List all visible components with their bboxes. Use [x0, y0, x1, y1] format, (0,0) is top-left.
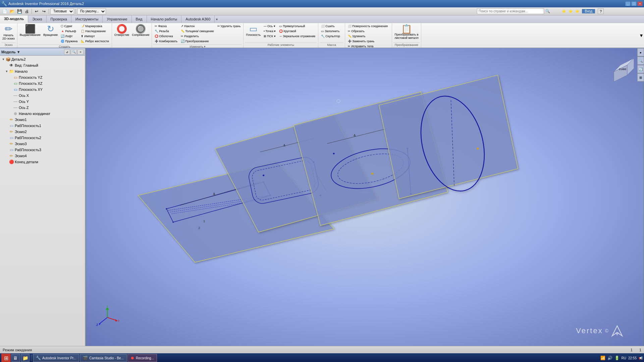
tree-item-workplane1[interactable]: ▭ РабПлоскость1: [1, 123, 84, 129]
panel-filter-btn[interactable]: ⊿: [64, 49, 70, 55]
tree-item-end[interactable]: 🔴 Конец детали: [1, 159, 84, 165]
user-login-btn[interactable]: Вход: [582, 9, 595, 13]
to-sheet-metal-btn[interactable]: 📋 Преобразовать влистовой металл: [393, 24, 419, 41]
close-btn[interactable]: ×: [637, 1, 643, 6]
trim-btn[interactable]: ✂ Обрезать: [346, 29, 366, 34]
point-btn[interactable]: • Точка ▾: [262, 29, 277, 34]
sculptor-icon: 🔧: [321, 35, 325, 38]
taskbar-camtasia-btn[interactable]: 🎬 Camtasia Studio - Be...: [80, 354, 127, 362]
extend-btn[interactable]: 📏 Удлинить: [346, 34, 367, 39]
qa-print-btn[interactable]: 🖨: [23, 8, 30, 15]
fill-btn[interactable]: ▭ Заполнить: [320, 29, 341, 34]
tab-manage[interactable]: Управление: [103, 15, 131, 23]
qa-save-btn[interactable]: 💾: [16, 8, 23, 15]
panel-search-btn[interactable]: 🔍: [71, 49, 77, 55]
rib-stiff-btn[interactable]: 📐 Ребро жесткости: [79, 39, 110, 44]
tab-view[interactable]: Вид: [132, 15, 147, 23]
rect-array-btn[interactable]: ▭ Прямоугольный: [278, 24, 317, 28]
tree-item-view[interactable]: 👁 Вид: Главный: [1, 62, 84, 68]
qa-open-btn[interactable]: 📂: [9, 8, 15, 15]
tree-item-workplane3[interactable]: ▭ РабПлоскость3: [1, 147, 84, 153]
taskbar-recording-btn[interactable]: ⏺ Recording...: [127, 354, 157, 362]
sew-btn[interactable]: ⬜ Сшить: [320, 24, 336, 28]
del-face-btn[interactable]: ✂ Удалить грань: [216, 24, 242, 28]
tab-a360[interactable]: Autodesk A360: [181, 15, 215, 23]
fillet-btn[interactable]: 🔘 Сопряжение: [131, 24, 150, 37]
loft-btn[interactable]: 🔄 Лофт: [59, 34, 79, 39]
tree-item-sketch1[interactable]: ✏ Эскиз1: [1, 117, 84, 123]
maximize-btn[interactable]: □: [631, 1, 637, 6]
viewcube[interactable]: CUBE: [607, 55, 634, 82]
tree-item-start[interactable]: ▼ 📁 Начало: [1, 68, 84, 74]
extrude-btn[interactable]: ⬛ Выдавливание: [19, 24, 42, 37]
tab-start[interactable]: Начало работы: [147, 15, 182, 23]
yz-icon: ▭: [13, 75, 18, 80]
mirror-btn[interactable]: ↔ Зеркальное отражение: [278, 34, 317, 39]
tree-item-xz[interactable]: ▭ Плоскость XZ: [1, 80, 84, 86]
tree-item-axisz[interactable]: — Ось Z: [1, 105, 84, 111]
axis-btn[interactable]: — Ось ▾: [262, 24, 277, 28]
combine-btn[interactable]: ➕ Комбировать: [153, 39, 179, 44]
tree-item-detail2[interactable]: ▼ 📦 Деталь2: [1, 56, 84, 62]
tree-item-sketch4[interactable]: ✏ Эскиз4: [1, 153, 84, 159]
tab-check[interactable]: Проверка: [47, 15, 71, 23]
transform-btn[interactable]: 🔄 Преобразование: [179, 39, 215, 44]
replace-face-btn[interactable]: ➕ Заменить грань: [346, 39, 376, 44]
tree-item-workplane2[interactable]: ▭ РабПлоскость2: [1, 135, 84, 141]
taskbar-explorer-btn[interactable]: 📁: [21, 354, 30, 362]
revolve-btn[interactable]: ↻ Вращение: [42, 24, 59, 37]
3d-viewport[interactable]: 4 2 1 4: [86, 48, 644, 346]
qa-undo-btn[interactable]: ↩: [33, 8, 40, 15]
nav-btn-2[interactable]: 🔍: [637, 57, 644, 65]
tree-item-axisx[interactable]: — Ось X: [1, 93, 84, 99]
view-dropdown[interactable]: По умолчу...: [77, 8, 106, 14]
start-2d-sketch-btn[interactable]: ✏ Начать2D-эскиз: [1, 24, 16, 41]
shift-btn[interactable]: ⬡ Сдвиг: [59, 24, 79, 28]
spring-btn[interactable]: 🌀 Пружина: [59, 39, 79, 44]
help-btn[interactable]: ?: [598, 8, 604, 14]
nav-btn-1[interactable]: ▸: [637, 48, 644, 56]
minimize-btn[interactable]: _: [625, 1, 631, 6]
shell-btn[interactable]: ⭕ Оболочка: [153, 34, 179, 39]
tree-item-yz[interactable]: ▭ Плоскость YZ: [1, 74, 84, 80]
qa-new-btn[interactable]: 📄: [1, 8, 8, 15]
qa-redo-btn[interactable]: ↪: [41, 8, 47, 15]
mark-btn[interactable]: 📝 Маркировка: [79, 24, 110, 28]
psk-btn[interactable]: ⊞ ПСК ▾: [262, 34, 277, 39]
ribbon-expand-btn[interactable]: ▾: [640, 32, 643, 39]
sketch3-label: Эскиз3: [15, 142, 27, 146]
relief-btn[interactable]: 🔺 Рельеф: [59, 29, 79, 34]
tree-item-sketch3[interactable]: ✏ Эскиз3: [1, 141, 84, 147]
nav-btn-4[interactable]: ⊞: [637, 73, 644, 81]
profile-dropdown[interactable]: Типовые: [50, 8, 74, 14]
import-btn[interactable]: ⬆ Импорт: [79, 34, 110, 39]
tree-item-sketch2[interactable]: ✏ Эскиз2: [1, 129, 84, 135]
nav-btn-3[interactable]: 🔄: [637, 65, 644, 73]
sculptor-btn[interactable]: 🔧 Скульптор: [320, 34, 341, 39]
tab-tools[interactable]: Инструменты: [71, 15, 103, 23]
tilt-btn[interactable]: ↗ Наклон: [179, 24, 215, 28]
tree-item-origin[interactable]: ⊕ Начало координат: [1, 111, 84, 117]
thicken-btn[interactable]: 📏 Толщина/ смещение: [179, 29, 215, 34]
notification-btn[interactable]: 📢: [639, 356, 643, 360]
inherit-btn[interactable]: 📋 Наследование: [79, 29, 110, 34]
surface-join-btn[interactable]: ⬜ Поверхность соединения: [346, 24, 389, 28]
fix-body-btn[interactable]: ✏ Исправить тела: [346, 44, 375, 49]
chamfer-btn[interactable]: ✂ Фаска: [153, 24, 179, 28]
search-input[interactable]: [477, 8, 544, 14]
circ-array-btn[interactable]: ⭕ Круговой: [278, 29, 317, 34]
start-button[interactable]: ⊞: [1, 354, 11, 362]
ribbon-group-transform: 📋 Преобразовать влистовой металл Преобра…: [392, 23, 421, 48]
tab-3dmodel[interactable]: 3D-модель: [0, 15, 28, 23]
svg-point-13: [172, 222, 174, 223]
taskbar-inventor-btn[interactable]: 🔧 Autodesk Inventor Pr...: [33, 354, 79, 362]
thread-btn[interactable]: 🔧 Резьба: [153, 29, 179, 34]
split-btn[interactable]: ✂ Разделить: [179, 34, 215, 39]
tab-sketch[interactable]: Эскиз: [28, 15, 46, 23]
plane-btn[interactable]: ▭ Плоскость: [245, 24, 262, 37]
tree-item-axisy[interactable]: — Ось Y: [1, 99, 84, 105]
panel-expand-btn[interactable]: »: [77, 49, 84, 55]
hole-btn[interactable]: ⭕ Отверстие: [113, 24, 130, 37]
tree-item-xy[interactable]: ▭ Плоскость XY: [1, 86, 84, 93]
taskbar-desktop-btn[interactable]: 🖥: [11, 354, 20, 362]
